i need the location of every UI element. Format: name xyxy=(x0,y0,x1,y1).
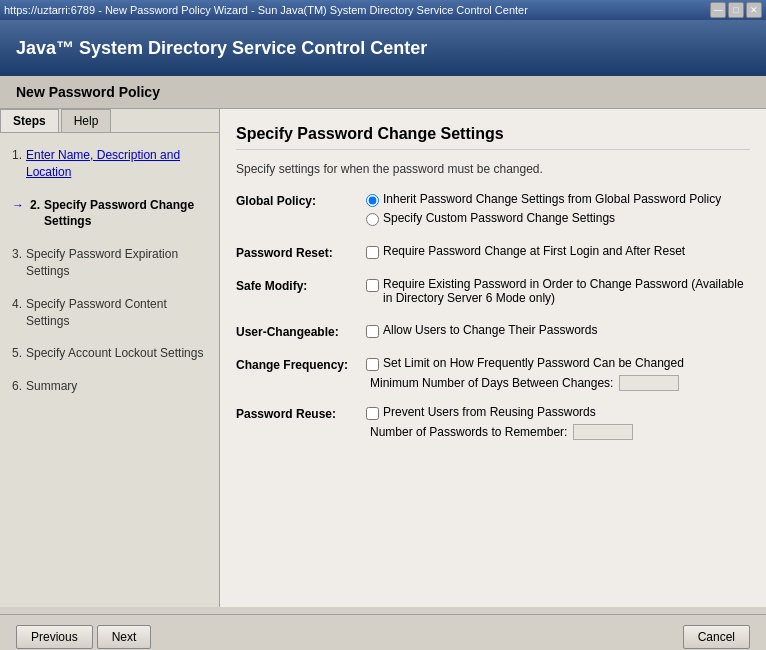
sub-field-min-days-label: Minimum Number of Days Between Changes: xyxy=(370,376,613,390)
step-item-6: 6. Summary xyxy=(8,374,211,399)
title-bar-controls[interactable]: — □ ✕ xyxy=(710,2,762,18)
minimize-button[interactable]: — xyxy=(710,2,726,18)
right-panel: Specify Password Change Settings Specify… xyxy=(220,109,766,607)
step-item-3: 3. Specify Password Expiration Settings xyxy=(8,242,211,284)
checkbox-set-limit: Set Limit on How Frequently Password Can… xyxy=(366,356,750,371)
label-password-reuse: Password Reuse: xyxy=(236,405,366,421)
bottom-left-buttons: Previous Next xyxy=(16,625,151,649)
title-bar-text: https://uztarri:6789 - New Password Poli… xyxy=(4,4,528,16)
form-row-safe-modify: Safe Modify: Require Existing Password i… xyxy=(236,277,750,309)
previous-button[interactable]: Previous xyxy=(16,625,93,649)
maximize-button[interactable]: □ xyxy=(728,2,744,18)
min-days-input[interactable] xyxy=(619,375,679,391)
step-item-2: → 2. Specify Password Change Settings xyxy=(8,193,211,235)
controls-change-frequency: Set Limit on How Frequently Password Can… xyxy=(366,356,750,391)
checkbox-safe-modify-input[interactable] xyxy=(366,279,379,292)
title-bar-label: https://uztarri:6789 - New Password Poli… xyxy=(4,4,528,16)
step-6-num: 6. xyxy=(12,378,22,395)
step-4-label: Specify Password Content Settings xyxy=(26,296,207,330)
section-title: Specify Password Change Settings xyxy=(236,125,750,150)
radio-custom-label: Specify Custom Password Change Settings xyxy=(383,211,615,225)
sub-field-min-days: Minimum Number of Days Between Changes: xyxy=(370,375,750,391)
checkbox-allow-users: Allow Users to Change Their Passwords xyxy=(366,323,750,338)
radio-inherit-label: Inherit Password Change Settings from Gl… xyxy=(383,192,721,206)
step-2-num: 2. xyxy=(30,197,40,214)
radio-inherit: Inherit Password Change Settings from Gl… xyxy=(366,192,750,207)
checkbox-require-change: Require Password Change at First Login a… xyxy=(366,244,750,259)
sub-field-num-passwords: Number of Passwords to Remember: xyxy=(370,424,750,440)
main-content: New Password Policy Steps Help 1. Enter … xyxy=(0,76,766,614)
label-global-policy: Global Policy: xyxy=(236,192,366,208)
step-1-label[interactable]: Enter Name, Description and Location xyxy=(26,147,207,181)
step-6-label: Summary xyxy=(26,378,77,395)
checkbox-prevent-reuse-input[interactable] xyxy=(366,407,379,420)
checkbox-require-change-label: Require Password Change at First Login a… xyxy=(383,244,685,258)
form-row-global-policy: Global Policy: Inherit Password Change S… xyxy=(236,192,750,230)
tab-steps[interactable]: Steps xyxy=(0,109,59,132)
num-passwords-input[interactable] xyxy=(573,424,633,440)
step-2-label: Specify Password Change Settings xyxy=(44,197,207,231)
checkbox-set-limit-label: Set Limit on How Frequently Password Can… xyxy=(383,356,684,370)
left-panel: Steps Help 1. Enter Name, Description an… xyxy=(0,109,220,607)
step-item-4: 4. Specify Password Content Settings xyxy=(8,292,211,334)
tabs-row: Steps Help xyxy=(0,109,219,133)
next-button[interactable]: Next xyxy=(97,625,152,649)
page-title: New Password Policy xyxy=(16,84,160,100)
checkbox-require-change-input[interactable] xyxy=(366,246,379,259)
step-arrow-icon: → xyxy=(12,197,24,214)
controls-password-reset: Require Password Change at First Login a… xyxy=(366,244,750,263)
app-title: Java™ System Directory Service Control C… xyxy=(16,38,427,59)
controls-user-changeable: Allow Users to Change Their Passwords xyxy=(366,323,750,342)
step-4-num: 4. xyxy=(12,296,22,313)
bottom-bar: Previous Next Cancel xyxy=(0,614,766,650)
checkbox-set-limit-input[interactable] xyxy=(366,358,379,371)
controls-safe-modify: Require Existing Password in Order to Ch… xyxy=(366,277,750,309)
label-change-frequency: Change Frequency: xyxy=(236,356,366,372)
label-user-changeable: User-Changeable: xyxy=(236,323,366,339)
form-row-password-reuse: Password Reuse: Prevent Users from Reusi… xyxy=(236,405,750,440)
checkbox-prevent-reuse-label: Prevent Users from Reusing Passwords xyxy=(383,405,596,419)
steps-list: 1. Enter Name, Description and Location … xyxy=(0,133,219,417)
checkbox-allow-users-input[interactable] xyxy=(366,325,379,338)
form-row-user-changeable: User-Changeable: Allow Users to Change T… xyxy=(236,323,750,342)
checkbox-allow-users-label: Allow Users to Change Their Passwords xyxy=(383,323,598,337)
step-item-5: 5. Specify Account Lockout Settings xyxy=(8,341,211,366)
step-1-num: 1. xyxy=(12,147,22,164)
checkbox-safe-modify: Require Existing Password in Order to Ch… xyxy=(366,277,750,305)
controls-global-policy: Inherit Password Change Settings from Gl… xyxy=(366,192,750,230)
step-3-num: 3. xyxy=(12,246,22,263)
page-title-bar: New Password Policy xyxy=(0,76,766,109)
step-5-label: Specify Account Lockout Settings xyxy=(26,345,203,362)
close-button[interactable]: ✕ xyxy=(746,2,762,18)
step-3-label: Specify Password Expiration Settings xyxy=(26,246,207,280)
step-5-num: 5. xyxy=(12,345,22,362)
title-bar: https://uztarri:6789 - New Password Poli… xyxy=(0,0,766,20)
description: Specify settings for when the password m… xyxy=(236,162,750,176)
step-item-1: 1. Enter Name, Description and Location xyxy=(8,143,211,185)
label-safe-modify: Safe Modify: xyxy=(236,277,366,293)
form-row-change-frequency: Change Frequency: Set Limit on How Frequ… xyxy=(236,356,750,391)
label-password-reset: Password Reset: xyxy=(236,244,366,260)
radio-inherit-input[interactable] xyxy=(366,194,379,207)
tab-help[interactable]: Help xyxy=(61,109,112,132)
cancel-button[interactable]: Cancel xyxy=(683,625,750,649)
checkbox-prevent-reuse: Prevent Users from Reusing Passwords xyxy=(366,405,750,420)
app-header: Java™ System Directory Service Control C… xyxy=(0,20,766,76)
form-row-password-reset: Password Reset: Require Password Change … xyxy=(236,244,750,263)
step-1-link[interactable]: Enter Name, Description and Location xyxy=(26,148,180,179)
checkbox-safe-modify-label: Require Existing Password in Order to Ch… xyxy=(383,277,750,305)
radio-custom-input[interactable] xyxy=(366,213,379,226)
content-area: Steps Help 1. Enter Name, Description an… xyxy=(0,109,766,607)
sub-field-num-passwords-label: Number of Passwords to Remember: xyxy=(370,425,567,439)
controls-password-reuse: Prevent Users from Reusing Passwords Num… xyxy=(366,405,750,440)
radio-custom: Specify Custom Password Change Settings xyxy=(366,211,750,226)
